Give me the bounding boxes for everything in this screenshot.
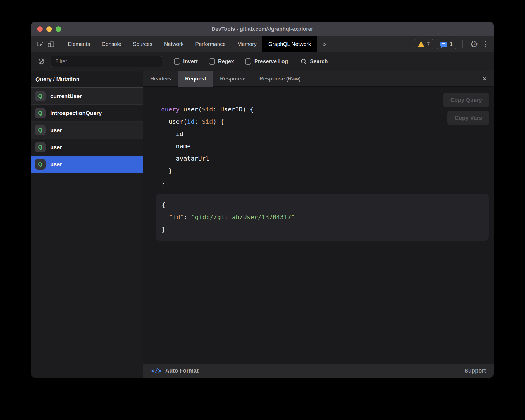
settings-gear-icon[interactable]: ⚙ (469, 39, 479, 50)
toolbar-tabs: ElementsConsoleSourcesNetworkPerformance… (62, 36, 317, 52)
inspect-element-icon[interactable] (35, 39, 46, 50)
tab-performance[interactable]: Performance (189, 36, 232, 52)
titlebar: DevTools - gitlab.com/-/graphql-explorer (31, 22, 494, 36)
query-list-item-user-3[interactable]: Quser (31, 139, 143, 156)
request-detail-panel: HeadersRequestResponseResponse (Raw) × q… (143, 71, 494, 378)
close-icon[interactable]: × (482, 75, 487, 83)
query-item-label: user (50, 144, 62, 151)
tab-console[interactable]: Console (96, 36, 127, 52)
checkbox-preserve-log[interactable]: Preserve Log (245, 58, 288, 65)
detail-tab-response-raw[interactable]: Response (Raw) (252, 71, 308, 87)
query-item-label: user (50, 127, 62, 133)
query-type-badge: Q (35, 108, 46, 118)
preserve-log-label: Preserve Log (254, 58, 288, 65)
tab-memory[interactable]: Memory (232, 36, 262, 52)
tab-network[interactable]: Network (158, 36, 190, 52)
detail-tab-request[interactable]: Request (178, 71, 213, 87)
code-line: } (162, 223, 483, 236)
query-item-label: IntrospectionQuery (50, 110, 102, 116)
regex-label: Regex (218, 58, 234, 65)
invert-checkbox[interactable] (174, 58, 180, 65)
tab-sources[interactable]: Sources (127, 36, 158, 52)
variables-box: { "id": "gid://gitlab/User/13704317"} (156, 194, 489, 241)
more-options-icon[interactable] (483, 41, 489, 47)
code-line: } (161, 177, 494, 189)
auto-format-button[interactable]: Auto Format (165, 367, 199, 374)
main-content: Query / Mutation QcurrentUserQIntrospect… (31, 71, 494, 378)
code-line: id (161, 128, 494, 140)
search-icon (300, 58, 307, 65)
warnings-badge[interactable]: ! 7 (414, 39, 434, 49)
query-list: QcurrentUserQIntrospectionQueryQuserQuse… (31, 88, 143, 173)
filter-checkboxes: InvertRegexPreserve Log (174, 58, 288, 65)
code-format-icon: </> (151, 367, 162, 374)
copy-query-button[interactable]: Copy Query (443, 93, 489, 107)
warning-count: 7 (427, 41, 430, 47)
filter-input[interactable] (51, 56, 162, 67)
detail-tab-response[interactable]: Response (213, 71, 252, 87)
code-line: user(id: $id) { (161, 116, 494, 128)
query-list-header: Query / Mutation (31, 71, 143, 88)
message-icon (440, 42, 447, 47)
more-tabs-icon[interactable]: » (317, 36, 331, 52)
query-list-item-user-4[interactable]: Quser (31, 156, 143, 173)
code-line: "id": "gid://gitlab/User/13704317" (162, 211, 483, 223)
graphql-query-code: query user($id: UserID) { user(id: $id) … (161, 103, 494, 189)
zoom-window-button[interactable] (56, 26, 61, 32)
warning-icon: ! (418, 41, 424, 47)
window-title: DevTools - gitlab.com/-/graphql-explorer (31, 22, 494, 36)
code-line: name (161, 140, 494, 152)
query-list-panel: Query / Mutation QcurrentUserQIntrospect… (31, 71, 143, 378)
code-line: } (161, 165, 494, 177)
checkbox-regex[interactable]: Regex (209, 58, 234, 65)
copy-vars-button[interactable]: Copy Vars (447, 111, 489, 125)
tab-elements[interactable]: Elements (62, 36, 96, 52)
request-body: query user($id: UserID) { user(id: $id) … (143, 87, 494, 364)
device-toolbar-icon[interactable] (46, 39, 56, 50)
issues-badge[interactable]: 1 (437, 39, 456, 49)
checkbox-invert[interactable]: Invert (174, 58, 198, 65)
query-type-badge: Q (35, 142, 46, 152)
regex-checkbox[interactable] (209, 58, 215, 65)
detail-tabs: HeadersRequestResponseResponse (Raw) × (143, 71, 494, 87)
query-type-badge: Q (35, 125, 46, 135)
query-item-label: currentUser (50, 93, 82, 99)
search-group[interactable]: Search (300, 58, 328, 65)
clear-icon[interactable] (36, 56, 47, 67)
detail-footer: </> Auto Format Support (143, 364, 494, 378)
query-type-badge: Q (35, 91, 46, 101)
detail-tab-headers[interactable]: Headers (143, 71, 178, 87)
query-item-label: user (50, 161, 62, 168)
query-list-item-currentuser-0[interactable]: QcurrentUser (31, 88, 143, 105)
code-line: { (162, 199, 483, 211)
tab-graphql-network[interactable]: GraphQL Network (262, 36, 317, 52)
traffic-lights (37, 22, 61, 36)
query-list-item-introspectionquery-1[interactable]: QIntrospectionQuery (31, 105, 143, 122)
devtools-tabbar: ElementsConsoleSourcesNetworkPerformance… (31, 36, 494, 52)
close-window-button[interactable] (37, 26, 43, 32)
toolbar-divider (462, 40, 463, 48)
toolbar-right: ! 7 1 ⚙ (414, 39, 489, 50)
devtools-window: DevTools - gitlab.com/-/graphql-explorer (31, 22, 494, 378)
toolbar-divider (59, 40, 59, 48)
support-link[interactable]: Support (464, 367, 486, 374)
minimize-window-button[interactable] (46, 26, 52, 32)
message-count: 1 (450, 41, 453, 47)
invert-label: Invert (183, 58, 198, 65)
code-line: avatarUrl (161, 152, 494, 165)
search-label: Search (310, 58, 328, 65)
filterbar: InvertRegexPreserve Log Search (31, 52, 494, 71)
query-type-badge: Q (35, 159, 46, 170)
query-list-item-user-2[interactable]: Quser (31, 122, 143, 139)
preserve-log-checkbox[interactable] (245, 58, 251, 65)
